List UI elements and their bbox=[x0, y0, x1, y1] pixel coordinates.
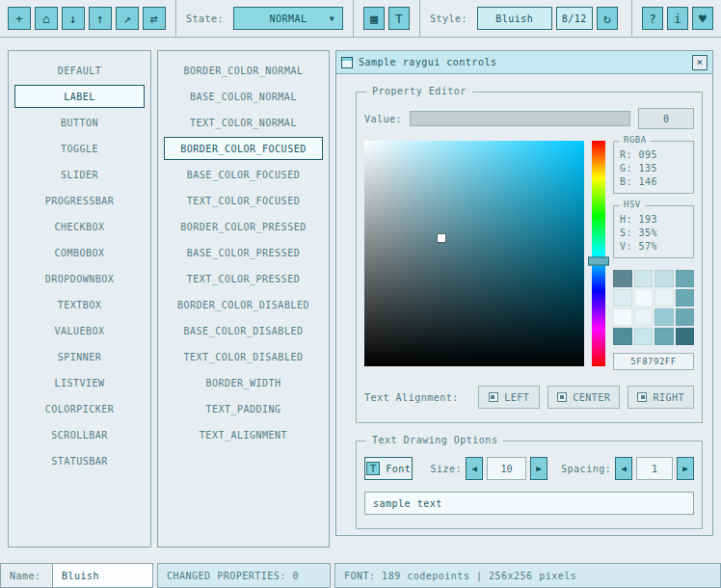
property-item-text_color_pressed[interactable]: TEXT_COLOR_PRESSED bbox=[164, 267, 323, 290]
new-file-button[interactable]: + bbox=[8, 7, 31, 30]
spacing-value-box[interactable]: 1 bbox=[636, 457, 673, 480]
property-item-base_color_focused[interactable]: BASE_COLOR_FOCUSED bbox=[164, 163, 323, 186]
control-item-button[interactable]: BUTTON bbox=[14, 111, 145, 134]
property-item-base_color_pressed[interactable]: BASE_COLOR_PRESSED bbox=[164, 241, 323, 264]
value-box[interactable]: 0 bbox=[638, 108, 694, 129]
reload-icon: ↻ bbox=[603, 12, 611, 26]
window-titlebar[interactable]: Sample raygui controls × bbox=[336, 51, 712, 74]
property-item-border_color_focused[interactable]: BORDER_COLOR_FOCUSED bbox=[164, 137, 323, 160]
style-table-button[interactable]: ▦ bbox=[363, 7, 385, 30]
property-item-border_color_pressed[interactable]: BORDER_COLOR_PRESSED bbox=[164, 215, 323, 238]
palette-swatch[interactable] bbox=[634, 328, 654, 345]
color-info-column: RGBA R: 095 G: 135 B: 146 HSV H: 193 S: … bbox=[613, 141, 694, 370]
property-item-border_color_disabled[interactable]: BORDER_COLOR_DISABLED bbox=[164, 293, 323, 316]
size-increase-button[interactable]: ▶ bbox=[530, 457, 547, 480]
style-counter-button[interactable]: 8/12 bbox=[556, 7, 593, 30]
palette-swatch[interactable] bbox=[654, 270, 674, 287]
control-item-progressbar[interactable]: PROGRESSBAR bbox=[14, 189, 145, 212]
property-item-text_color_disabled[interactable]: TEXT_COLOR_DISABLED bbox=[164, 345, 323, 368]
toolbar-separator bbox=[175, 0, 176, 37]
export-file-button[interactable]: ↑ bbox=[89, 7, 112, 30]
text-alignment-label: Text Alignment: bbox=[364, 392, 459, 403]
info-icon: i bbox=[674, 12, 681, 26]
palette-swatch[interactable] bbox=[676, 328, 695, 345]
align-center-button[interactable]: CENTER bbox=[547, 386, 620, 409]
control-item-valuebox[interactable]: VALUEBOX bbox=[14, 319, 145, 342]
spacing-increase-button[interactable]: ▶ bbox=[677, 457, 694, 480]
font-atlas-button[interactable]: T bbox=[388, 7, 410, 30]
control-item-listview[interactable]: LISTVIEW bbox=[14, 371, 145, 394]
control-item-default[interactable]: DEFAULT bbox=[14, 59, 145, 82]
align-right-label: RIGHT bbox=[653, 392, 684, 403]
spacing-decrease-button[interactable]: ◀ bbox=[615, 457, 632, 480]
state-dropdown-value: NORMAL bbox=[269, 13, 307, 24]
font-button-label: Font bbox=[386, 464, 411, 474]
property-item-base_color_disabled[interactable]: BASE_COLOR_DISABLED bbox=[164, 319, 323, 342]
align-right-button[interactable]: RIGHT bbox=[628, 386, 694, 409]
property-item-border_color_normal[interactable]: BORDER_COLOR_NORMAL bbox=[164, 59, 323, 82]
color-picker-area[interactable] bbox=[364, 141, 584, 366]
palette-swatch[interactable] bbox=[654, 328, 674, 345]
palette-swatch[interactable] bbox=[613, 289, 632, 307]
sponsor-button[interactable]: ♥ bbox=[692, 7, 713, 30]
close-window-button[interactable]: × bbox=[692, 55, 708, 70]
property-item-text_color_normal[interactable]: TEXT_COLOR_NORMAL bbox=[164, 111, 323, 134]
spacing-label: Spacing: bbox=[561, 464, 611, 474]
align-left-button[interactable]: LEFT bbox=[478, 386, 540, 409]
about-button[interactable]: i bbox=[667, 7, 688, 30]
palette-swatch[interactable] bbox=[613, 270, 632, 287]
palette-swatch[interactable] bbox=[676, 270, 695, 287]
state-dropdown[interactable]: NORMAL ▼ bbox=[233, 7, 343, 30]
size-value-box[interactable]: 10 bbox=[487, 457, 526, 480]
color-picker-cursor[interactable] bbox=[438, 234, 445, 242]
palette-swatch[interactable] bbox=[613, 308, 632, 326]
hue-slider-handle[interactable] bbox=[588, 257, 609, 266]
font-button[interactable]: T Font bbox=[364, 457, 413, 480]
palette-swatch[interactable] bbox=[634, 289, 654, 307]
hue-slider[interactable] bbox=[592, 141, 605, 366]
control-item-statusbar[interactable]: STATUSBAR bbox=[14, 449, 145, 472]
size-decrease-button[interactable]: ◀ bbox=[466, 457, 483, 480]
export-code-button[interactable]: ↗ bbox=[116, 7, 139, 30]
property-item-text_padding[interactable]: TEXT_PADDING bbox=[164, 397, 323, 420]
palette-swatch[interactable] bbox=[676, 289, 695, 307]
property-item-text_color_focused[interactable]: TEXT_COLOR_FOCUSED bbox=[164, 189, 323, 212]
palette-swatch[interactable] bbox=[634, 308, 654, 326]
reload-style-button[interactable]: ↻ bbox=[597, 7, 618, 30]
palette-swatch[interactable] bbox=[634, 270, 654, 287]
control-item-textbox[interactable]: TEXTBOX bbox=[14, 293, 145, 316]
rgba-blue-value: B: 146 bbox=[620, 175, 687, 189]
control-item-toggle[interactable]: TOGGLE bbox=[14, 137, 145, 160]
palette-swatch[interactable] bbox=[613, 328, 632, 345]
export-code-icon: ↗ bbox=[123, 12, 131, 26]
control-item-dropdownbox[interactable]: DROPDOWNBOX bbox=[14, 267, 145, 290]
export-file-icon: ↑ bbox=[96, 12, 104, 26]
align-left-label: LEFT bbox=[504, 392, 529, 403]
font-text-icon: T bbox=[366, 462, 380, 475]
random-style-button[interactable]: ⇄ bbox=[143, 7, 166, 30]
load-file-button[interactable]: ⌂ bbox=[35, 7, 58, 30]
palette-swatch[interactable] bbox=[654, 289, 674, 307]
control-item-slider[interactable]: SLIDER bbox=[14, 163, 145, 186]
value-slider[interactable] bbox=[410, 111, 630, 126]
control-item-combobox[interactable]: COMBOBOX bbox=[14, 241, 145, 264]
control-item-checkbox[interactable]: CHECKBOX bbox=[14, 215, 145, 238]
hex-color-box[interactable]: 5F8792FF bbox=[613, 353, 694, 370]
control-item-colorpicker[interactable]: COLORPICKER bbox=[14, 397, 145, 420]
align-right-icon bbox=[637, 392, 647, 402]
style-name-input[interactable]: Bluish bbox=[52, 563, 153, 588]
control-item-label[interactable]: LABEL bbox=[14, 85, 145, 108]
help-button[interactable]: ? bbox=[642, 7, 663, 30]
property-item-base_color_normal[interactable]: BASE_COLOR_NORMAL bbox=[164, 85, 323, 108]
chevron-left-icon: ◀ bbox=[622, 464, 627, 473]
property-item-text_alignment[interactable]: TEXT_ALIGNMENT bbox=[164, 423, 323, 446]
palette-swatch[interactable] bbox=[654, 308, 674, 326]
control-item-spinner[interactable]: SPINNER bbox=[14, 345, 145, 368]
save-file-button[interactable]: ↓ bbox=[62, 7, 85, 30]
palette-swatch[interactable] bbox=[676, 308, 695, 326]
control-item-scrollbar[interactable]: SCROLLBAR bbox=[14, 423, 145, 446]
sample-text-input[interactable]: sample text bbox=[364, 492, 694, 515]
value-label: Value: bbox=[364, 114, 402, 124]
style-name-button[interactable]: Bluish bbox=[477, 7, 552, 30]
property-item-border_width[interactable]: BORDER_WIDTH bbox=[164, 371, 323, 394]
